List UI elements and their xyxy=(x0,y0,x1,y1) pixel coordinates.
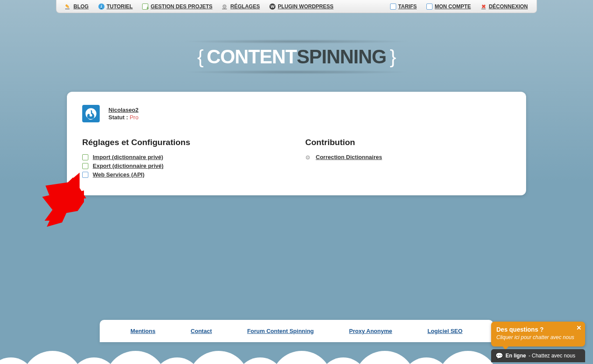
nav-mon-compte[interactable]: MON COMPTE xyxy=(426,3,471,10)
footer-mentions[interactable]: Mentions xyxy=(130,328,155,334)
settings-column: Réglages et Configurations Import (dicti… xyxy=(82,138,288,180)
wordpress-icon: W xyxy=(269,3,276,10)
chat-popup-title: Des questions ? xyxy=(496,326,580,333)
list-item: Web Services (API) xyxy=(82,171,288,178)
nav-right-group: TARIFS MON COMPTE ✖DÉCONNEXION xyxy=(390,3,528,10)
list-item: ⚙Correction Dictionnaires xyxy=(305,154,511,160)
nav-deconnexion[interactable]: ✖DÉCONNEXION xyxy=(481,3,528,10)
gear-icon: ⚙ xyxy=(305,154,311,160)
logo-word-content: CONTENT xyxy=(207,46,297,67)
chat-bar-text: - Chattez avec nous xyxy=(529,353,576,359)
contribution-heading: Contribution xyxy=(305,138,511,147)
list-item: Export (dictionnaire privé) xyxy=(82,163,288,169)
avatar xyxy=(82,105,100,122)
footer-links-bar: Mentions Contact Forum Content Spinning … xyxy=(100,320,493,342)
footer-proxy[interactable]: Proxy Anonyme xyxy=(349,328,392,334)
logo-area: {CONTENTSPINNING} xyxy=(0,39,593,74)
settings-list: Import (dictionnaire privé) Export (dict… xyxy=(82,154,288,178)
user-status: Statut : Pro xyxy=(108,114,139,121)
main-panel: Nicolaseo2 Statut : Pro Réglages et Conf… xyxy=(67,92,526,195)
chat-status-bar[interactable]: 💬 En ligne - Chattez avec nous xyxy=(491,349,585,362)
logo-shadow xyxy=(183,70,410,74)
gravatar-icon xyxy=(84,107,98,120)
calendar-icon xyxy=(390,3,396,10)
settings-heading: Réglages et Configurations xyxy=(82,138,288,147)
columns: Réglages et Configurations Import (dicti… xyxy=(82,138,511,180)
contribution-list: ⚙Correction Dictionnaires xyxy=(305,154,511,160)
top-navigation: ✎BLOG iTUTORIEL GESTION DES PROJETS ⚙RÉG… xyxy=(56,0,537,13)
nav-plugin-wordpress[interactable]: WPLUGIN WORDPRESS xyxy=(269,3,333,10)
pencil-icon: ✎ xyxy=(65,3,71,10)
calendar-plus-icon xyxy=(142,3,148,10)
user-info: Nicolaseo2 Statut : Pro xyxy=(108,107,139,121)
nav-tarifs[interactable]: TARIFS xyxy=(390,3,417,10)
footer-forum[interactable]: Forum Content Spinning xyxy=(247,328,314,334)
nav-label: BLOG xyxy=(73,3,89,10)
chat-bubble-icon: 💬 xyxy=(495,352,503,359)
nav-label: MON COMPTE xyxy=(435,3,471,10)
chat-popup-close-icon[interactable]: ✕ xyxy=(576,324,582,331)
document-icon xyxy=(82,154,88,160)
link-import-dict[interactable]: Import (dictionnaire privé) xyxy=(93,154,163,160)
close-icon: ✖ xyxy=(481,3,487,10)
nav-left-group: ✎BLOG iTUTORIEL GESTION DES PROJETS ⚙RÉG… xyxy=(65,3,334,10)
chat-status: En ligne xyxy=(506,353,526,359)
link-correction-dict[interactable]: Correction Dictionnaires xyxy=(316,154,382,160)
api-icon xyxy=(82,172,88,178)
username-link[interactable]: Nicolaseo2 xyxy=(108,107,139,113)
status-value: Pro xyxy=(129,114,138,121)
contribution-column: Contribution ⚙Correction Dictionnaires xyxy=(305,138,511,180)
logo-word-spinning: SPINNING xyxy=(296,46,386,67)
calendar-icon xyxy=(426,3,433,10)
chat-popup-subtitle: Cliquer ici pour chatter avec nous xyxy=(496,334,580,340)
list-item: Import (dictionnaire privé) xyxy=(82,154,288,160)
logo-shadow xyxy=(183,39,410,44)
info-icon: i xyxy=(98,3,105,10)
document-icon xyxy=(82,163,88,169)
footer-contact[interactable]: Contact xyxy=(191,328,212,334)
nav-label: PLUGIN WORDPRESS xyxy=(278,3,333,10)
nav-label: TARIFS xyxy=(398,3,417,10)
nav-reglages[interactable]: ⚙RÉGLAGES xyxy=(222,3,260,10)
link-web-services-api[interactable]: Web Services (API) xyxy=(93,171,144,178)
brace-left: { xyxy=(194,46,207,67)
status-label: Statut : xyxy=(108,114,129,121)
nav-tutoriel[interactable]: iTUTORIEL xyxy=(98,3,133,10)
footer-logiciel-seo[interactable]: Logiciel SEO xyxy=(427,328,462,334)
nav-label: TUTORIEL xyxy=(107,3,133,10)
nav-blog[interactable]: ✎BLOG xyxy=(65,3,89,10)
nav-label: GESTION DES PROJETS xyxy=(150,3,212,10)
nav-label: RÉGLAGES xyxy=(230,3,260,10)
brace-right: } xyxy=(386,46,399,67)
chat-popup[interactable]: ✕ Des questions ? Cliquer ici pour chatt… xyxy=(491,322,585,347)
link-export-dict[interactable]: Export (dictionnaire privé) xyxy=(93,163,164,169)
user-row: Nicolaseo2 Statut : Pro xyxy=(82,105,511,122)
site-logo: {CONTENTSPINNING} xyxy=(0,46,593,68)
nav-label: DÉCONNEXION xyxy=(489,3,528,10)
gear-icon: ⚙ xyxy=(222,3,228,10)
nav-gestion-projets[interactable]: GESTION DES PROJETS xyxy=(142,3,212,10)
